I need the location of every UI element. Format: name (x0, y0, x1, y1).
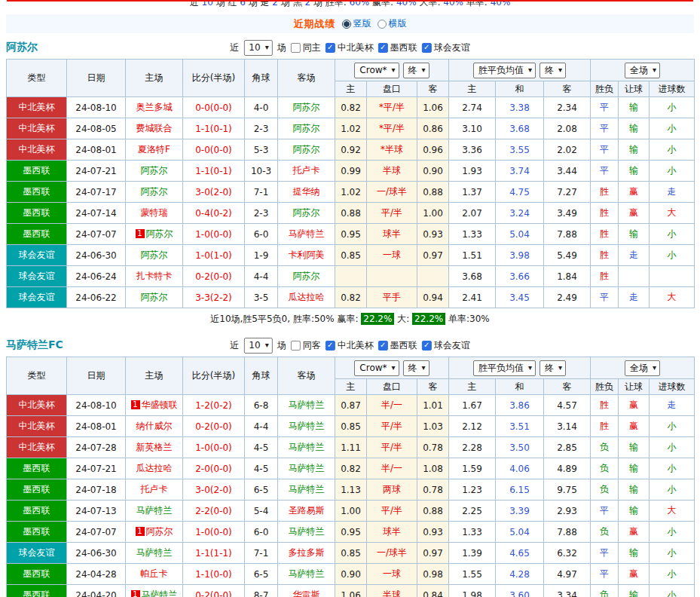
layout-radio-horizontal[interactable]: 横版 (378, 17, 407, 30)
away-team-cell[interactable]: 圣路易斯 (278, 501, 335, 522)
avg-type-select[interactable]: 胜平负均值 (473, 63, 536, 78)
home-team-cell[interactable]: 纳什威尔 (126, 416, 183, 437)
corner-cell: 4-0 (245, 97, 278, 118)
match-row: 墨西联24-04-201马萨特兰0-2(0-0)8-7华雷斯1.06半球0.84… (7, 585, 695, 597)
subcol-odds-home: 主 (335, 379, 367, 395)
home-team-cell[interactable]: 瓜达拉哈 (126, 458, 183, 479)
home-team-cell[interactable]: 马萨特兰 (126, 543, 183, 564)
layout-radio-vertical[interactable]: 竖版 (342, 17, 371, 30)
home-odds-cell: 0.82 (335, 287, 367, 308)
away-team-cell[interactable]: 阿苏尔 (278, 139, 335, 161)
stat-label: 单率:30% (445, 314, 490, 324)
odds-stage-select[interactable]: 终 (403, 360, 429, 376)
home-team-cell[interactable]: 托卢卡 (126, 479, 183, 501)
avg-home-cell: 1.51 (449, 245, 496, 266)
recent-count-select[interactable]: 10 (243, 40, 272, 56)
avg-away-cell: 3.14 (544, 416, 591, 437)
handicap-result-cell: 输 (619, 224, 650, 245)
away-team-name: 托卢卡 (293, 165, 320, 176)
away-team-cell[interactable]: 提华纳 (278, 182, 335, 203)
away-team-cell[interactable]: 卡利阿美 (278, 245, 335, 266)
home-team-cell[interactable]: 奥兰多城 (126, 97, 183, 118)
col-header-type: 类型 (7, 60, 67, 97)
away-team-name: 阿苏尔 (293, 123, 320, 133)
home-team-cell[interactable]: 阿苏尔 (126, 161, 183, 182)
scope-header-cell: 全场 (591, 60, 695, 81)
avg-draw-cell: 3.50 (496, 437, 544, 458)
home-team-cell[interactable]: 马萨特兰 (126, 501, 183, 522)
away-team-cell[interactable]: 阿苏尔 (278, 118, 335, 139)
odds-stage-value: 终 (408, 65, 417, 76)
league-label: 墨西联 (390, 339, 417, 352)
date-cell: 24-07-28 (67, 437, 126, 458)
league-checkbox-concacaf[interactable]: 中北美杯 (326, 339, 374, 352)
recent-count-select[interactable]: 10 (243, 338, 272, 354)
same-venue-checkbox[interactable]: 同客 (291, 339, 321, 352)
league-checkbox-friendly[interactable]: 球会友谊 (422, 339, 470, 352)
scope-select[interactable]: 全场 (625, 360, 660, 376)
wdl-result-cell: 平 (591, 501, 619, 522)
away-team-cell[interactable]: 马萨特兰 (278, 479, 335, 501)
odds-stage-select[interactable]: 终 (403, 63, 429, 78)
away-team-name: 马萨特兰 (289, 400, 325, 410)
away-team-cell[interactable]: 马萨特兰 (278, 564, 335, 585)
away-team-cell[interactable]: 马萨特兰 (278, 437, 335, 458)
away-team-cell[interactable]: 马萨特兰 (278, 416, 335, 437)
league-checkbox-ligamx[interactable]: 墨西联 (378, 41, 417, 54)
away-team-cell[interactable]: 马萨特兰 (278, 395, 335, 416)
corner-cell: 8-7 (245, 585, 278, 597)
home-team-cell[interactable]: 阿苏尔 (126, 182, 183, 203)
home-team-cell[interactable]: 1阿苏尔 (126, 224, 183, 245)
home-team-name: 阿苏尔 (141, 292, 168, 302)
home-team-cell[interactable]: 1华盛顿联 (126, 395, 183, 416)
avg-home-cell: 1.59 (449, 458, 496, 479)
league-checkbox-concacaf[interactable]: 中北美杯 (326, 41, 374, 54)
avg-stage-select[interactable]: 终 (540, 63, 566, 78)
subcol-goals: 进球数 (650, 379, 695, 395)
league-checkbox-ligamx[interactable]: 墨西联 (378, 339, 417, 352)
wdl-result-cell: 胜 (591, 266, 619, 287)
home-team-cell[interactable]: 帕丘卡 (126, 564, 183, 585)
home-team-cell[interactable]: 1阿苏尔 (126, 522, 183, 543)
away-team-name: 马萨特兰 (289, 421, 325, 431)
handicap-cell: 平/半 (367, 416, 417, 437)
home-team-cell[interactable]: 1马萨特兰 (126, 585, 183, 597)
away-team-cell[interactable]: 华雷斯 (278, 585, 335, 597)
corner-cell: 4-5 (245, 458, 278, 479)
away-team-cell[interactable]: 马萨特兰 (278, 458, 335, 479)
score-cell: 0-4(0-2) (183, 203, 245, 224)
same-venue-checkbox[interactable]: 同主 (291, 41, 321, 54)
handicap-result-cell: 赢 (619, 182, 650, 203)
scope-select[interactable]: 全场 (625, 63, 660, 78)
away-team-cell[interactable]: 多拉多斯 (278, 543, 335, 564)
home-team-name: 阿苏尔 (146, 526, 173, 537)
away-team-cell[interactable]: 阿苏尔 (278, 266, 335, 287)
handicap-cell: 半球 (367, 585, 417, 597)
away-team-cell[interactable]: 阿苏尔 (278, 203, 335, 224)
avg-draw-cell: 4.28 (496, 564, 544, 585)
home-team-cell[interactable]: 阿苏尔 (126, 287, 183, 308)
avg-type-select[interactable]: 胜平负均值 (473, 360, 536, 376)
goals-result-cell: 小 (650, 522, 695, 543)
away-team-cell[interactable]: 马萨特兰 (278, 522, 335, 543)
avg-home-cell: 1.93 (449, 161, 496, 182)
avg-stage-select[interactable]: 终 (540, 360, 566, 376)
subcol-odds-away: 客 (417, 379, 449, 395)
away-team-cell[interactable]: 马萨特兰 (278, 224, 335, 245)
home-team-cell[interactable]: 新英格兰 (126, 437, 183, 458)
home-team-cell[interactable]: 费城联合 (126, 118, 183, 139)
away-team-cell[interactable]: 阿苏尔 (278, 97, 335, 118)
score-cell: 1-1(0-0) (183, 564, 245, 585)
odds-company-select[interactable]: Crow* (354, 360, 399, 376)
wdl-result-cell: 负 (591, 585, 619, 597)
away-team-cell[interactable]: 托卢卡 (278, 161, 335, 182)
away-team-cell[interactable]: 瓜达拉哈 (278, 287, 335, 308)
home-team-cell[interactable]: 蒙特瑞 (126, 203, 183, 224)
home-team-cell[interactable]: 阿苏尔 (126, 245, 183, 266)
home-team-cell[interactable]: 夏洛特F (126, 139, 183, 161)
odds-company-select[interactable]: Crow* (354, 63, 399, 78)
home-team-cell[interactable]: 扎卡特卡 (126, 266, 183, 287)
home-team-name: 阿苏尔 (141, 250, 168, 260)
league-checkbox-friendly[interactable]: 球会友谊 (422, 41, 470, 54)
handicap-cell: 平/半 (367, 203, 417, 224)
